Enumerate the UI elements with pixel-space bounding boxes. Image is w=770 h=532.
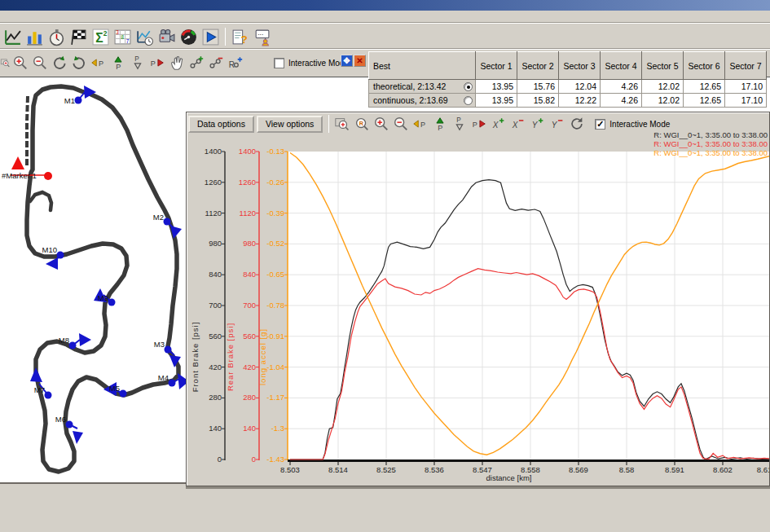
svg-text:P: P <box>457 117 462 124</box>
chart-interactive-mode-checkbox[interactable]: ✓ <box>595 119 605 130</box>
lap-select-radio[interactable] <box>464 82 473 91</box>
svg-text:P: P <box>420 121 425 129</box>
sector-time-cell: 12.02 <box>642 80 684 94</box>
map-marker-m7[interactable]: M7 <box>30 367 52 399</box>
zoom-in-icon[interactable] <box>372 114 391 134</box>
svg-text:P: P <box>151 59 156 68</box>
trend-chart-icon[interactable] <box>2 26 24 48</box>
chart-toolbar-separator <box>328 115 329 133</box>
marker-next-icon[interactable]: P <box>469 114 489 134</box>
marker-label: M8 <box>59 336 69 345</box>
sector-time-cell: 17.10 <box>725 80 767 94</box>
chart-plot[interactable]: 1400126011209808407005604202801400Front … <box>187 112 770 486</box>
marker-prev-icon[interactable]: P <box>411 114 430 134</box>
chart-clock-icon[interactable] <box>134 26 156 48</box>
map-marker-m4[interactable]: M4 <box>158 373 189 389</box>
sector-time-cell: 12.65 <box>684 80 725 94</box>
move-panel-icon[interactable]: ✥ <box>341 55 353 67</box>
sector-time-cell: 13.95 <box>476 80 517 94</box>
track-spur <box>30 192 51 210</box>
y-tick-label: -0.78 <box>266 301 284 310</box>
best-table-row: theoretical, 2:13.4213.9515.7612.044.261… <box>369 80 767 94</box>
pit-lane-line <box>27 96 28 168</box>
marker-arrow-icon <box>79 333 91 346</box>
redo-icon[interactable] <box>50 53 69 73</box>
y-tick-label: -1.3 <box>271 424 284 433</box>
zoom-r-icon[interactable]: R <box>352 114 372 134</box>
node-add-icon[interactable] <box>187 53 206 73</box>
window-titlebar[interactable] <box>0 0 770 11</box>
marker-flag-icon[interactable]: P <box>450 114 469 134</box>
checkered-flag-icon[interactable] <box>68 26 90 48</box>
marker-arrow-icon <box>46 257 58 270</box>
map-interactive-mode: Interactive Mode <box>274 51 349 75</box>
sector-time-cell: 13.95 <box>476 94 517 108</box>
y-tick-label: 140 <box>243 424 256 433</box>
video-icon[interactable] <box>156 26 178 48</box>
marker-label: M4 <box>158 373 169 382</box>
x-tick-label: 8.525 <box>376 465 396 474</box>
marker-flag-icon[interactable]: P <box>128 53 147 73</box>
marker-up-icon[interactable]: P <box>108 53 128 73</box>
y-tick-label: 1120 <box>240 209 256 218</box>
x-plus-icon[interactable]: X <box>489 114 508 134</box>
y-tick-label: -0.91 <box>266 332 284 341</box>
zoom-out-icon[interactable] <box>30 53 50 73</box>
zoom-box-icon[interactable] <box>332 114 352 134</box>
y-tick-label: 980 <box>243 239 256 248</box>
x-minus-icon[interactable]: X <box>508 114 528 134</box>
stopwatch-icon[interactable] <box>46 26 68 48</box>
y-minus-icon[interactable]: Y <box>548 114 567 134</box>
lap-label-cell: theoretical, 2:13.42 <box>369 80 476 94</box>
x-tick-label: 8.602 <box>713 465 733 474</box>
help-doc-icon[interactable]: ? <box>229 26 251 48</box>
svg-text:X: X <box>512 121 518 130</box>
rotate-icon[interactable] <box>567 114 587 134</box>
x-tick-label: 8.514 <box>328 465 348 474</box>
svg-text:?: ? <box>241 33 248 45</box>
sector-time-cell: 15.76 <box>517 80 559 94</box>
svg-text:Y: Y <box>552 121 558 130</box>
legend-entry: R: WGI__0~1, 3:35.00 to 3:38.00 <box>653 130 768 139</box>
y-tick-label: -0.65 <box>266 270 284 279</box>
undo-icon[interactable] <box>69 53 89 73</box>
map-marker-m8[interactable]: M8 <box>59 333 91 350</box>
y-tick-label: 280 <box>243 393 256 402</box>
hand-icon[interactable] <box>167 53 187 73</box>
svg-text:P: P <box>438 124 443 132</box>
view-options-button[interactable]: View options <box>257 116 323 133</box>
sector-time-cell: 12.65 <box>684 94 725 108</box>
y-plus-icon[interactable]: Y <box>528 114 548 134</box>
number-grid-icon[interactable]: 387 <box>112 26 134 48</box>
marker-prev-icon[interactable]: P <box>89 53 108 73</box>
x-tick-label: 8.591 <box>665 465 684 474</box>
chart-toolbar: Data options View options RPPPPXXYY ✓ In… <box>188 114 670 134</box>
map-interactive-mode-checkbox[interactable] <box>274 58 284 68</box>
main-toolbar: Σ2387?... <box>2 24 273 49</box>
feedback-icon[interactable]: ... <box>251 26 273 48</box>
marker-up-icon[interactable]: P <box>430 114 450 134</box>
sigma-squared-icon[interactable]: Σ2 <box>90 26 112 48</box>
map-marker-m5[interactable]: M5 <box>103 382 127 398</box>
gauge-icon[interactable] <box>178 26 200 48</box>
x-axis-title: distance [km] <box>486 473 532 482</box>
close-panel-icon[interactable]: ✕ <box>354 55 366 67</box>
marker-next-icon[interactable]: P <box>147 53 167 73</box>
zoom-in-icon[interactable] <box>11 53 30 73</box>
zoom-box-icon[interactable] <box>0 53 11 73</box>
y-tick-label: 560 <box>243 332 256 341</box>
bar-chart-icon[interactable] <box>24 26 46 48</box>
svg-text:R: R <box>359 120 364 127</box>
zoom-out-icon[interactable] <box>391 114 411 134</box>
lap-select-radio[interactable] <box>464 96 473 105</box>
map-interactive-mode-label: Interactive Mode <box>288 59 349 68</box>
node-remove-icon[interactable] <box>206 53 226 73</box>
play-icon[interactable] <box>200 26 222 48</box>
data-options-button[interactable]: Data options <box>188 116 254 133</box>
sector-column-header: Sector 2 <box>517 52 559 80</box>
node-r-add-icon[interactable]: R <box>226 53 245 73</box>
marker-label: M7 <box>34 385 45 394</box>
y-tick-label: 140 <box>209 424 222 433</box>
y-tick-label: 1260 <box>239 178 256 187</box>
marker-label: M10 <box>42 245 57 254</box>
